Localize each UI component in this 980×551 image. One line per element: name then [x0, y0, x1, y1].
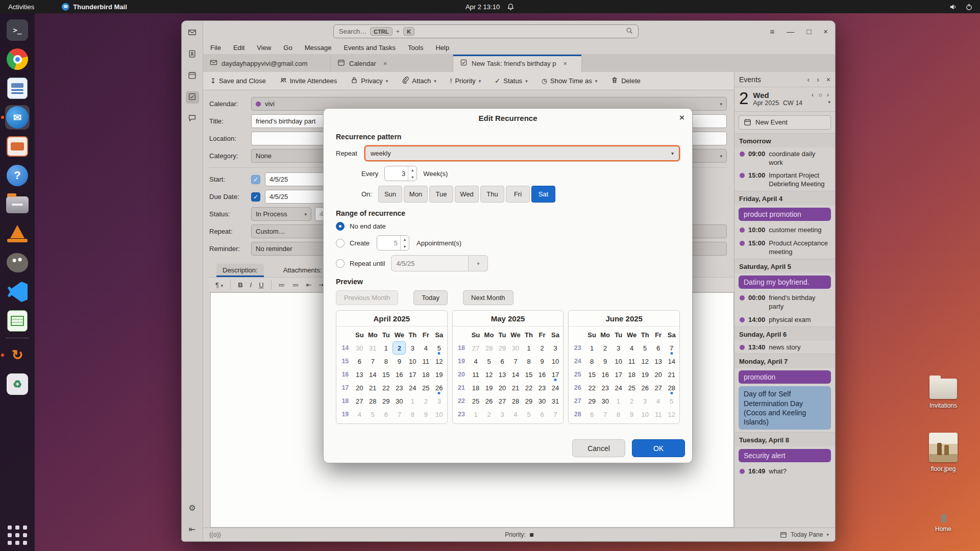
day-cell[interactable]: 15 — [522, 368, 535, 381]
dock-item-vscode-icon[interactable] — [5, 280, 30, 304]
event-item[interactable]: 15:00Product Acceptance meeting — [734, 237, 835, 259]
space-calendar-icon[interactable] — [186, 70, 199, 82]
day-cell[interactable]: 7 — [366, 355, 379, 368]
day-cell[interactable]: 8 — [612, 408, 625, 421]
outdent-button[interactable]: ⇤ — [306, 281, 312, 289]
event-item[interactable]: 15:00Important Project Debriefing Meetin… — [734, 169, 835, 191]
weekday-toggle-fri[interactable]: Fri — [506, 186, 530, 203]
day-cell[interactable]: 5 — [522, 408, 535, 421]
day-cell[interactable]: 8 — [379, 355, 393, 368]
day-cell[interactable]: 10 — [549, 355, 562, 368]
event-item[interactable]: 00:00friend's birthday party — [734, 291, 835, 313]
dock-item-gimp-icon[interactable] — [5, 251, 30, 275]
day-cell[interactable]: 3 — [406, 341, 419, 355]
activities-button[interactable]: Activities — [8, 3, 34, 11]
day-cell[interactable]: 8 — [585, 355, 599, 368]
day-cell[interactable]: 15 — [585, 368, 599, 381]
day-cell[interactable]: 30 — [393, 394, 406, 408]
tab-calendar[interactable]: Calendar× — [331, 55, 453, 72]
day-cell[interactable]: 11 — [652, 408, 665, 421]
day-cell[interactable]: 9 — [393, 355, 406, 368]
day-cell[interactable]: 28 — [482, 341, 496, 355]
day-cell[interactable]: 25 — [625, 381, 639, 394]
events-next-icon[interactable]: › — [817, 76, 819, 84]
day-cell[interactable]: 3 — [612, 341, 625, 355]
create-appointments-radio[interactable] — [336, 239, 345, 247]
day-cell[interactable]: 3 — [432, 394, 446, 408]
day-cell[interactable]: 6 — [585, 408, 599, 421]
desktop-icon-floor-jpeg[interactable]: floor.jpeg — [917, 433, 970, 472]
cancel-button[interactable]: Cancel — [572, 439, 625, 457]
stepper-arrows[interactable]: ▲▼ — [408, 166, 416, 181]
dock-item-trash-icon[interactable]: ♻ — [5, 372, 30, 396]
day-cell[interactable]: 12 — [639, 355, 652, 368]
day-cell[interactable]: 7 — [549, 408, 562, 421]
day-cell[interactable]: 27 — [469, 341, 482, 355]
day-cell[interactable]: 21 — [509, 381, 522, 394]
day-cell[interactable]: 2 — [535, 341, 549, 355]
day-cell[interactable]: 30 — [353, 341, 366, 355]
day-cell[interactable]: 1 — [585, 341, 599, 355]
privacy-button[interactable]: Privacy▾ — [351, 77, 388, 85]
space-mail-icon[interactable] — [186, 27, 199, 39]
status-button[interactable]: ✓Status▾ — [495, 77, 527, 85]
dock-item-vlc-icon[interactable] — [5, 221, 30, 246]
space-tasks-icon[interactable] — [186, 91, 199, 104]
day-cell[interactable]: 26 — [639, 381, 652, 394]
day-off-banner[interactable]: Day off for Self Determination Day (Coco… — [739, 386, 831, 430]
day-cell[interactable]: 16 — [535, 368, 549, 381]
desktop-icon-home[interactable]: Home — [917, 499, 970, 533]
repeat-until-radio[interactable] — [336, 259, 345, 268]
day-cell[interactable]: 10 — [639, 408, 652, 421]
day-cell[interactable]: 3 — [496, 408, 509, 421]
day-cell[interactable]: 6 — [535, 408, 549, 421]
day-cell[interactable]: 19 — [432, 368, 446, 381]
day-cell[interactable]: 25 — [469, 394, 482, 408]
dock-item-terminal-icon[interactable]: >_ — [5, 18, 30, 42]
day-cell[interactable]: 27 — [353, 394, 366, 408]
bold-button[interactable]: B — [238, 281, 242, 289]
day-cell[interactable]: 24 — [612, 381, 625, 394]
menu-file[interactable]: File — [210, 44, 221, 52]
day-cell[interactable]: 31 — [366, 341, 379, 355]
desktop-icon-invitations[interactable]: Invitations — [917, 379, 970, 409]
day-cell[interactable]: 3 — [549, 341, 562, 355]
attach-button[interactable]: Attach▾ — [402, 77, 436, 85]
weekday-toggle-wed[interactable]: Wed — [455, 186, 479, 203]
day-cell[interactable]: 1 — [379, 341, 393, 355]
day-cell[interactable]: 24 — [549, 381, 562, 394]
dock-item-help-icon[interactable]: ? — [5, 163, 30, 188]
day-cell[interactable]: 6 — [652, 341, 665, 355]
day-cell[interactable]: 5 — [366, 408, 379, 421]
day-cell[interactable]: 25 — [419, 381, 432, 394]
day-cell[interactable]: 29 — [496, 341, 509, 355]
today-pane-toggle[interactable]: Today Pane ▾ — [780, 531, 829, 538]
day-cell[interactable]: 24 — [406, 381, 419, 394]
day-cell[interactable]: 10 — [406, 355, 419, 368]
show-applications-button[interactable] — [8, 525, 27, 545]
space-collapse-icon[interactable]: ⇤ — [186, 523, 199, 535]
events-prev-icon[interactable]: ‹ — [807, 76, 810, 84]
day-cell[interactable]: 14 — [366, 368, 379, 381]
menu-events-and-tasks[interactable]: Events and Tasks — [344, 44, 396, 52]
day-cell[interactable]: 26 — [432, 381, 446, 394]
day-cell[interactable]: 4 — [469, 355, 482, 368]
day-cell[interactable]: 6 — [496, 355, 509, 368]
weekday-toggle-thu[interactable]: Thu — [480, 186, 504, 203]
dock-item-files-icon[interactable] — [5, 192, 30, 217]
event-item[interactable]: 10:00customer meeting — [734, 223, 835, 237]
chevron-down-icon[interactable]: ▾ — [828, 99, 830, 107]
day-cell[interactable]: 11 — [625, 355, 639, 368]
day-cell[interactable]: 2 — [419, 394, 432, 408]
no-end-date-radio[interactable] — [336, 222, 345, 231]
day-cell[interactable]: 9 — [419, 408, 432, 421]
create-appointments-option[interactable]: Create 5 ▲▼ Appointment(s) — [336, 235, 680, 251]
day-cell[interactable]: 9 — [625, 408, 639, 421]
maximize-button[interactable]: □ — [806, 27, 811, 36]
date-nav-icons[interactable]: ‹ ○ › — [812, 91, 830, 98]
day-cell[interactable]: 8 — [522, 355, 535, 368]
all-day-event-banner[interactable]: Dating my boyfriend. — [739, 276, 831, 289]
day-cell[interactable]: 23 — [393, 381, 406, 394]
weekday-toggle-sun[interactable]: Sun — [378, 186, 402, 203]
menu-tools[interactable]: Tools — [408, 44, 423, 52]
